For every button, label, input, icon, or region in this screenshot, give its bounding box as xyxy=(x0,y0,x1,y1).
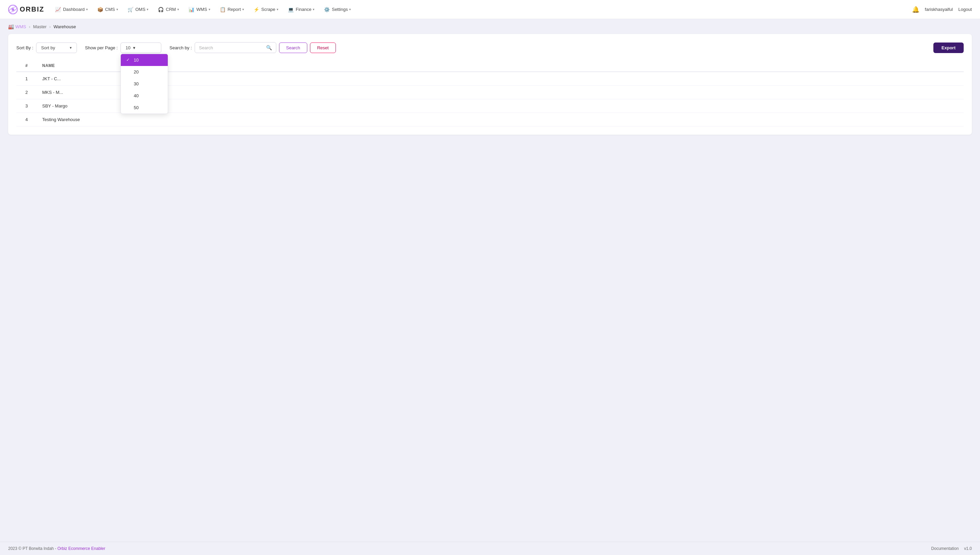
breadcrumb-master[interactable]: Master xyxy=(33,24,47,29)
breadcrumb-wms[interactable]: 🏭 WMS xyxy=(8,24,26,29)
breadcrumb-separator-1: › xyxy=(29,24,30,29)
finance-icon: 💻 xyxy=(288,7,294,12)
search-by-label: Search by : xyxy=(169,45,192,50)
cell-num: 1 xyxy=(16,72,37,86)
nav-settings[interactable]: ⚙️ Settings ▾ xyxy=(320,5,355,14)
logo-icon xyxy=(8,5,18,14)
per-page-label: Show per Page : xyxy=(85,45,118,50)
nav-report[interactable]: 📋 Report ▾ xyxy=(216,5,248,14)
nav-scrape[interactable]: ⚡ Scrape ▾ xyxy=(249,5,283,14)
nav-wms[interactable]: 📊 WMS ▾ xyxy=(185,5,214,14)
breadcrumb-current: Warehouse xyxy=(53,24,76,29)
perpage-option-10[interactable]: ✓ 10 xyxy=(121,54,168,66)
wms-breadcrumb-icon: 🏭 xyxy=(8,24,14,29)
nav-username: fariskhasyaiful xyxy=(925,7,953,12)
sort-by-label: Sort By : xyxy=(16,45,33,50)
wms-icon: 📊 xyxy=(188,7,194,12)
footer-copyright: 2023 © PT Borwita Indah - Orbiz Ecommerc… xyxy=(8,546,105,551)
filter-row: Sort By : Sort by ▾ Show per Page : 10 ▾ xyxy=(16,42,964,53)
perpage-chevron-icon: ▾ xyxy=(133,45,135,50)
perpage-option-30[interactable]: 30 xyxy=(121,78,168,90)
perpage-selected-value: 10 xyxy=(125,45,130,50)
footer-right: Documentation v1.0 xyxy=(931,546,972,551)
cell-name: JKT - C... xyxy=(37,72,964,86)
breadcrumb-separator-2: › xyxy=(49,24,51,29)
perpage-option-40[interactable]: 40 xyxy=(121,90,168,102)
export-button[interactable]: Export xyxy=(933,43,964,53)
perpage-option-50[interactable]: 50 xyxy=(121,102,168,114)
search-button[interactable]: Search xyxy=(279,43,307,53)
footer-documentation[interactable]: Documentation xyxy=(931,546,959,551)
sort-chevron-icon: ▾ xyxy=(70,46,72,50)
cms-icon: 📦 xyxy=(97,7,103,12)
breadcrumb: 🏭 WMS › Master › Warehouse xyxy=(0,19,980,34)
perpage-dropdown-wrapper: 10 ▾ ✓ 10 20 30 xyxy=(120,43,161,53)
nav-dashboard[interactable]: 📈 Dashboard ▾ xyxy=(51,5,92,14)
perpage-option-20[interactable]: 20 xyxy=(121,66,168,78)
scrape-icon: ⚡ xyxy=(254,7,259,12)
cell-num: 3 xyxy=(16,99,37,113)
main-content: Sort By : Sort by ▾ Show per Page : 10 ▾ xyxy=(8,34,972,135)
nav-cms[interactable]: 📦 CMS ▾ xyxy=(93,5,122,14)
search-icon: 🔍 xyxy=(266,45,272,50)
cell-num: 4 xyxy=(16,113,37,127)
nav-right: 🔔 fariskhasyaiful Logout xyxy=(912,6,972,13)
perpage-dropdown-menu: ✓ 10 20 30 40 xyxy=(120,54,168,114)
dashboard-icon: 📈 xyxy=(55,7,61,12)
cell-name: SBY - Margo xyxy=(37,99,964,113)
column-header-num: # xyxy=(16,60,37,72)
sort-dropdown-button[interactable]: Sort by ▾ xyxy=(36,43,77,53)
cell-name: MKS - M... xyxy=(37,86,964,99)
navbar: ORBIZ 📈 Dashboard ▾ 📦 CMS ▾ 🛒 OMS ▾ 🎧 CR… xyxy=(0,0,980,19)
nav-finance[interactable]: 💻 Finance ▾ xyxy=(284,5,318,14)
report-icon: 📋 xyxy=(220,7,226,12)
logout-button[interactable]: Logout xyxy=(958,7,972,12)
sort-dropdown-wrapper: Sort by ▾ xyxy=(36,43,77,53)
crm-icon: 🎧 xyxy=(158,7,164,12)
nav-oms[interactable]: 🛒 OMS ▾ xyxy=(124,5,153,14)
logo[interactable]: ORBIZ xyxy=(8,5,44,14)
search-input[interactable] xyxy=(199,45,263,50)
settings-icon: ⚙️ xyxy=(324,7,330,12)
notification-bell-icon[interactable]: 🔔 xyxy=(912,6,919,13)
footer: 2023 © PT Borwita Indah - Orbiz Ecommerc… xyxy=(0,542,980,555)
per-page-group: Show per Page : 10 ▾ ✓ 10 20 xyxy=(85,43,161,53)
check-icon: ✓ xyxy=(126,58,131,62)
logo-text: ORBIZ xyxy=(20,5,44,13)
sort-by-group: Sort By : Sort by ▾ xyxy=(16,43,77,53)
cell-name: Testing Warehouse xyxy=(37,113,964,127)
oms-icon: 🛒 xyxy=(128,7,133,12)
search-input-wrapper: 🔍 xyxy=(194,42,276,53)
cell-num: 2 xyxy=(16,86,37,99)
svg-point-1 xyxy=(11,8,14,11)
table-row: 4 Testing Warehouse xyxy=(16,113,964,127)
perpage-dropdown-button[interactable]: 10 ▾ xyxy=(120,43,161,53)
reset-button[interactable]: Reset xyxy=(310,43,336,53)
nav-crm[interactable]: 🎧 CRM ▾ xyxy=(154,5,183,14)
footer-version: v1.0 xyxy=(964,546,972,551)
search-group: Search by : 🔍 Search Reset xyxy=(169,42,336,53)
column-header-name: NAME xyxy=(37,60,964,72)
